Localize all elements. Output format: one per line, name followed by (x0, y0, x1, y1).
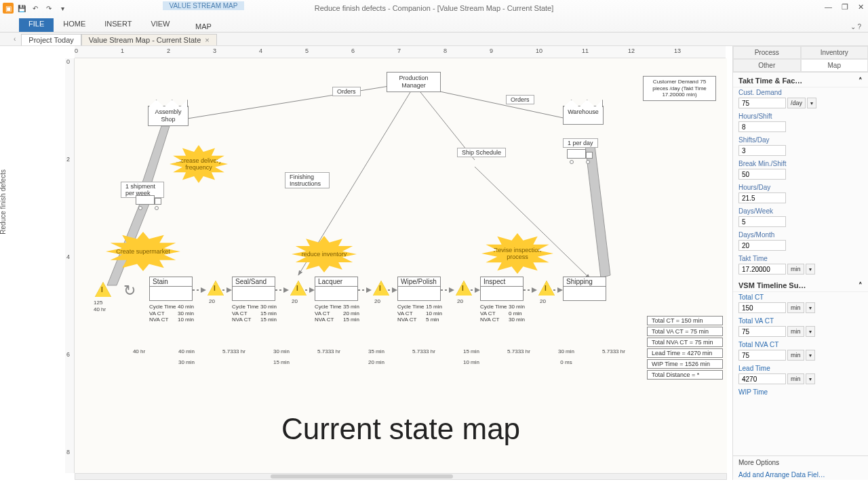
inventory-icon[interactable] (373, 281, 389, 296)
tab-map[interactable]: MAP (163, 21, 244, 32)
field-label: Total VA CT (738, 317, 863, 325)
process-lacquer[interactable]: Lacquer (315, 277, 358, 301)
doctab-project[interactable]: Project Today (21, 34, 81, 45)
sp-tab-other[interactable]: Other (733, 59, 801, 72)
ribbon-collapse-icon[interactable]: ⌄ ? (850, 23, 861, 30)
doctab-vsm[interactable]: Value Stream Map - Current State× (81, 34, 217, 45)
push-arrow (471, 287, 480, 293)
daysmonth-input[interactable] (738, 240, 786, 251)
summary-row: Lead Time = 4270 min (647, 348, 723, 358)
sp-tab-process[interactable]: Process (733, 46, 801, 59)
dropdown-icon[interactable]: ▾ (806, 373, 815, 384)
window-title: Reduce finish defects - Companion - [Val… (315, 4, 554, 12)
dropdown-icon[interactable]: ▾ (806, 326, 815, 337)
process-shipping[interactable]: Shipping (563, 277, 606, 301)
minimize-button[interactable]: — (825, 3, 832, 12)
leadtime-input[interactable] (738, 373, 786, 384)
nav-left-icon[interactable]: ‹ (14, 35, 16, 43)
horizontal-ruler: 012345678910111213 (75, 46, 726, 58)
section-vsm-summary[interactable]: VSM Timeline Su…˄ (733, 277, 868, 292)
label-orders-left: Orders (332, 87, 361, 96)
dropdown-icon[interactable]: ▾ (806, 264, 815, 274)
chevron-up-icon: ˄ (859, 281, 863, 290)
properties-panel: Process Inventory Other Map Takt Time & … (732, 46, 868, 480)
hoursshift-input[interactable] (738, 121, 786, 132)
totalct-input[interactable] (738, 302, 786, 313)
field-label: Days/Week (738, 207, 863, 215)
inventory-icon[interactable] (290, 281, 307, 296)
unit-label: min (787, 326, 804, 337)
node-customer-demand[interactable]: Customer Demand 75 pieces /day (Takt Tim… (643, 76, 716, 101)
tab-home[interactable]: HOME (54, 18, 95, 32)
field-label: Total NVA CT (738, 341, 863, 348)
close-icon[interactable]: × (205, 36, 209, 44)
breakminshift-input[interactable] (738, 169, 786, 180)
process-data: Cycle Time40 minVA CT30 minNVA CT10 min (149, 304, 194, 323)
inventory-icon[interactable] (538, 281, 555, 296)
field-label: Hours/Shift (738, 113, 863, 120)
sp-tab-inventory[interactable]: Inventory (801, 46, 869, 59)
field-label: Break Min./Shift (738, 160, 863, 167)
inventory-icon[interactable] (95, 282, 111, 297)
process-header: Stain (150, 277, 192, 287)
dropdown-icon[interactable]: ▾ (806, 350, 815, 361)
inventory-icon[interactable] (456, 281, 472, 296)
tab-insert[interactable]: INSERT (95, 18, 141, 32)
undo-icon[interactable]: ↶ (30, 3, 41, 14)
doctab-label: Value Stream Map - Current State (89, 36, 201, 44)
qat-dropdown-icon[interactable]: ▾ (57, 3, 68, 14)
push-arrow (193, 287, 206, 293)
canvas[interactable]: Production Manager Assembly Shop Warehou… (75, 58, 727, 473)
node-warehouse[interactable]: Warehouse (563, 106, 604, 125)
inv-qty: 20 (209, 298, 215, 304)
field-label: Shifts/Day (738, 136, 863, 144)
process-data: Cycle Time30 minVA CT15 minNVA CT15 min (232, 304, 277, 323)
process-header: Wipe/Polish (398, 277, 440, 287)
process-header: Inspect (481, 277, 523, 287)
hoursday-input[interactable] (738, 192, 786, 203)
shiftsday-input[interactable] (738, 145, 786, 156)
process-wipepolish[interactable]: Wipe/Polish (397, 277, 441, 301)
save-icon[interactable]: 💾 (16, 3, 27, 14)
chevron-up-icon: ˄ (859, 77, 863, 85)
process-header: Lacquer (315, 277, 357, 287)
custdemand-input[interactable] (738, 98, 786, 108)
burst-inventory[interactable]: reduce inventory (292, 236, 357, 272)
dropdown-icon[interactable]: ▾ (806, 302, 815, 313)
process-stain[interactable]: Stain (149, 277, 193, 301)
burst-delivery[interactable]: Increase delivery frequency (170, 145, 228, 183)
app-icon[interactable]: ▣ (3, 3, 14, 14)
scrollbar-thumb[interactable] (271, 474, 453, 479)
totalvact-input[interactable] (738, 326, 786, 337)
maximize-button[interactable]: ❐ (842, 3, 848, 12)
label-ship-schedule: Ship Schedule (457, 148, 506, 157)
inventory-icon[interactable] (208, 281, 224, 296)
close-button[interactable]: ✕ (858, 3, 864, 12)
totalnvact-input[interactable] (738, 350, 786, 361)
vertical-ruler: 02468 (65, 58, 75, 473)
field-label: Hours/Day (738, 184, 863, 191)
more-options[interactable]: More Options (733, 455, 868, 469)
node-production-manager[interactable]: Production Manager (387, 72, 441, 92)
takttime-input[interactable] (738, 264, 786, 274)
tab-file[interactable]: FILE (19, 18, 54, 32)
node-assembly-shop[interactable]: Assembly Shop (148, 106, 189, 126)
process-inspect[interactable]: Inspect (480, 277, 524, 301)
unit-label: min (787, 373, 804, 384)
horizontal-scrollbar[interactable] (75, 473, 727, 480)
burst-supermarket[interactable]: Create supermarket (106, 232, 180, 271)
ribbon-context-label: VALUE STREAM MAP (163, 1, 244, 10)
add-fields-link[interactable]: Add and Arrange Data Fiel… (738, 471, 825, 479)
sp-tab-map[interactable]: Map (801, 59, 869, 72)
dropdown-icon[interactable]: ▾ (807, 98, 816, 108)
summary-row: WIP Time = 1526 min (647, 359, 723, 369)
burst-inspect[interactable]: Revise inspection process (481, 233, 553, 274)
ruler-project-label: Reduce finish defects (0, 169, 7, 235)
section-takt[interactable]: Takt Time & Fac…˄ (733, 73, 868, 87)
process-data: Cycle Time30 minVA CT0 minNVA CT30 min (480, 304, 525, 323)
redo-icon[interactable]: ↷ (43, 3, 54, 14)
process-header: Shipping (564, 277, 606, 287)
daysweek-input[interactable] (738, 216, 786, 227)
process-sealsand[interactable]: Seal/Sand (232, 277, 275, 301)
push-arrow (222, 287, 232, 293)
